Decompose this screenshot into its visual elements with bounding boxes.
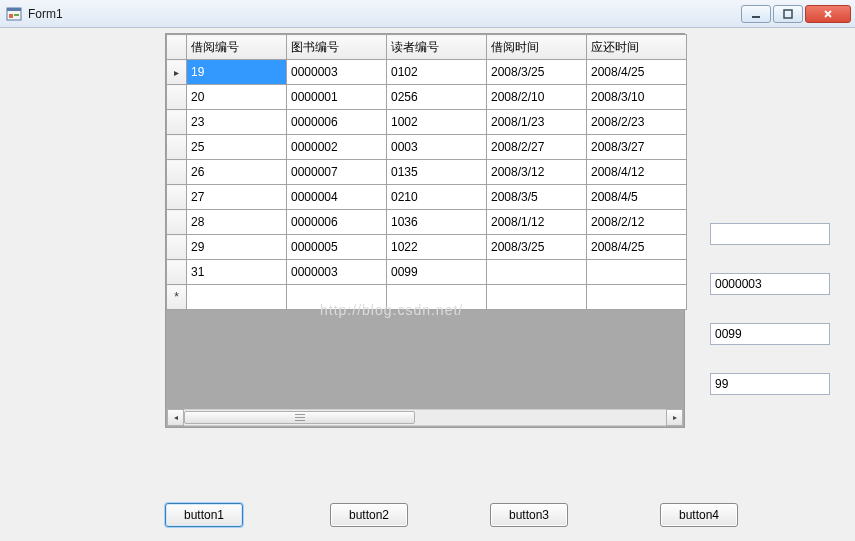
cell[interactable]: 0000006 (287, 110, 387, 135)
cell[interactable]: 0099 (387, 260, 487, 285)
cell[interactable]: 0003 (387, 135, 487, 160)
col-header[interactable]: 应还时间 (587, 35, 687, 60)
cell[interactable]: 2008/2/23 (587, 110, 687, 135)
cell[interactable]: 28 (187, 210, 287, 235)
cell[interactable]: 25 (187, 135, 287, 160)
textbox-4[interactable] (710, 373, 830, 395)
cell[interactable] (387, 285, 487, 310)
cell[interactable]: 29 (187, 235, 287, 260)
svg-rect-4 (752, 16, 760, 18)
scroll-left-button[interactable]: ◂ (167, 409, 184, 426)
cell[interactable]: 2008/4/25 (587, 60, 687, 85)
cell[interactable]: 0000002 (287, 135, 387, 160)
table-new-row[interactable] (167, 285, 687, 310)
cell[interactable]: 31 (187, 260, 287, 285)
svg-rect-3 (14, 14, 19, 16)
cell[interactable]: 2008/4/12 (587, 160, 687, 185)
cell[interactable]: 0000004 (287, 185, 387, 210)
scroll-right-button[interactable]: ▸ (666, 409, 683, 426)
cell[interactable]: 20 (187, 85, 287, 110)
close-button[interactable] (805, 5, 851, 23)
cell[interactable]: 2008/2/27 (487, 135, 587, 160)
cell[interactable]: 2008/3/25 (487, 235, 587, 260)
cell[interactable]: 0256 (387, 85, 487, 110)
col-header[interactable]: 借阅编号 (187, 35, 287, 60)
cell-selected[interactable]: 19 (187, 60, 287, 85)
scroll-thumb[interactable] (184, 411, 415, 424)
cell[interactable]: 0000006 (287, 210, 387, 235)
table-row[interactable]: 25 0000002 0003 2008/2/27 2008/3/27 (167, 135, 687, 160)
cell[interactable] (587, 260, 687, 285)
cell[interactable]: 23 (187, 110, 287, 135)
cell[interactable] (287, 285, 387, 310)
table-row[interactable]: 20 0000001 0256 2008/2/10 2008/3/10 (167, 85, 687, 110)
cell[interactable]: 0000005 (287, 235, 387, 260)
table-row[interactable]: 31 0000003 0099 (167, 260, 687, 285)
col-header[interactable]: 图书编号 (287, 35, 387, 60)
row-header[interactable] (167, 235, 187, 260)
row-header[interactable] (167, 185, 187, 210)
cell[interactable]: 2008/3/27 (587, 135, 687, 160)
cell[interactable]: 0000003 (287, 60, 387, 85)
cell[interactable]: 2008/4/25 (587, 235, 687, 260)
cell[interactable]: 0102 (387, 60, 487, 85)
datagrid[interactable]: 借阅编号 图书编号 读者编号 借阅时间 应还时间 19 0000003 0102… (165, 33, 685, 428)
cell[interactable]: 2008/3/25 (487, 60, 587, 85)
cell[interactable]: 0000003 (287, 260, 387, 285)
cell[interactable]: 0135 (387, 160, 487, 185)
row-header[interactable] (167, 135, 187, 160)
textbox-1[interactable] (710, 223, 830, 245)
cell[interactable]: 0210 (387, 185, 487, 210)
cell[interactable]: 2008/2/10 (487, 85, 587, 110)
table-row[interactable]: 27 0000004 0210 2008/3/5 2008/4/5 (167, 185, 687, 210)
cell[interactable]: 0000001 (287, 85, 387, 110)
col-header[interactable]: 读者编号 (387, 35, 487, 60)
header-corner[interactable] (167, 35, 187, 60)
table-row[interactable]: 23 0000006 1002 2008/1/23 2008/2/23 (167, 110, 687, 135)
row-header[interactable] (167, 260, 187, 285)
row-header[interactable] (167, 210, 187, 235)
table-row[interactable]: 19 0000003 0102 2008/3/25 2008/4/25 (167, 60, 687, 85)
button-label: button1 (184, 508, 224, 522)
table-row[interactable]: 29 0000005 1022 2008/3/25 2008/4/25 (167, 235, 687, 260)
form-icon (6, 6, 22, 22)
textbox-3[interactable] (710, 323, 830, 345)
cell[interactable] (487, 260, 587, 285)
cell[interactable]: 1002 (387, 110, 487, 135)
scroll-track[interactable] (184, 409, 666, 426)
col-header[interactable]: 借阅时间 (487, 35, 587, 60)
row-header-new[interactable] (167, 285, 187, 310)
client-area: 借阅编号 图书编号 读者编号 借阅时间 应还时间 19 0000003 0102… (0, 28, 855, 541)
cell[interactable]: 2008/1/12 (487, 210, 587, 235)
cell[interactable]: 2008/2/12 (587, 210, 687, 235)
row-header-selected[interactable] (167, 60, 187, 85)
table-row[interactable]: 28 0000006 1036 2008/1/12 2008/2/12 (167, 210, 687, 235)
row-header[interactable] (167, 110, 187, 135)
cell[interactable]: 1036 (387, 210, 487, 235)
window-title: Form1 (28, 7, 63, 21)
cell[interactable]: 26 (187, 160, 287, 185)
cell[interactable] (587, 285, 687, 310)
minimize-button[interactable] (741, 5, 771, 23)
cell[interactable]: 2008/3/12 (487, 160, 587, 185)
button1[interactable]: button1 (165, 503, 243, 527)
cell[interactable]: 2008/3/10 (587, 85, 687, 110)
row-header[interactable] (167, 85, 187, 110)
button2[interactable]: button2 (330, 503, 408, 527)
cell[interactable]: 2008/3/5 (487, 185, 587, 210)
cell[interactable]: 27 (187, 185, 287, 210)
cell[interactable] (487, 285, 587, 310)
button4[interactable]: button4 (660, 503, 738, 527)
button-label: button3 (509, 508, 549, 522)
button3[interactable]: button3 (490, 503, 568, 527)
maximize-button[interactable] (773, 5, 803, 23)
textbox-2[interactable] (710, 273, 830, 295)
cell[interactable]: 2008/1/23 (487, 110, 587, 135)
cell[interactable] (187, 285, 287, 310)
row-header[interactable] (167, 160, 187, 185)
grid-hscrollbar[interactable]: ◂ ▸ (167, 409, 683, 426)
cell[interactable]: 1022 (387, 235, 487, 260)
cell[interactable]: 0000007 (287, 160, 387, 185)
cell[interactable]: 2008/4/5 (587, 185, 687, 210)
table-row[interactable]: 26 0000007 0135 2008/3/12 2008/4/12 (167, 160, 687, 185)
